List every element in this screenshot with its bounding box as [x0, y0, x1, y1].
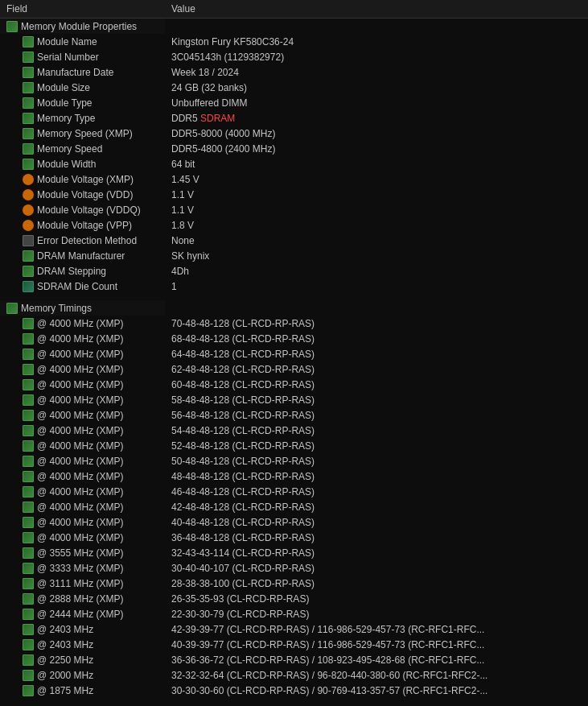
field-cell: @ 4000 MHz (XMP) — [0, 514, 165, 530]
field-cell: @ 2403 MHz — [0, 637, 165, 652]
memory-icon — [23, 159, 34, 170]
field-label: @ 4000 MHz (XMP) — [37, 318, 124, 329]
table-row: @ 4000 MHz (XMP) 62-48-48-128 (CL-RCD-RP… — [0, 361, 588, 377]
memory-icon — [23, 379, 34, 390]
value-cell: 22-30-30-79 (CL-RCD-RP-RAS) — [165, 606, 588, 621]
field-cell: @ 2444 MHz (XMP) — [0, 606, 165, 621]
field-cell: DRAM Stepping — [0, 263, 165, 279]
memory-icon — [23, 113, 34, 124]
table-row: @ 4000 MHz (XMP) 68-48-48-128 (CL-RCD-RP… — [0, 331, 588, 346]
table-row: Module Type Unbuffered DIMM — [0, 95, 588, 110]
memory-icon — [23, 82, 34, 93]
value-cell: 46-48-48-128 (CL-RCD-RP-RAS) — [165, 484, 588, 499]
value-cell: 42-48-48-128 (CL-RCD-RP-RAS) — [165, 499, 588, 514]
value-cell: 40-39-39-77 (CL-RCD-RP-RAS) / 116-986-52… — [165, 637, 588, 652]
field-label: Module Name — [37, 36, 97, 47]
table-row: @ 4000 MHz (XMP) 58-48-48-128 (CL-RCD-RP… — [0, 392, 588, 407]
table-row: @ 2444 MHz (XMP) 22-30-30-79 (CL-RCD-RP-… — [0, 606, 588, 621]
value-cell: Unbuffered DIMM — [165, 95, 588, 110]
field-label: Module Voltage (XMP) — [37, 174, 134, 185]
field-cell: Module Size — [0, 80, 165, 95]
field-cell: Module Voltage (VDD) — [0, 187, 165, 202]
field-label: Module Size — [37, 82, 90, 93]
table-row: DRAM Stepping 4Dh — [0, 263, 588, 279]
memory-icon — [23, 532, 34, 543]
field-label: @ 4000 MHz (XMP) — [37, 425, 124, 436]
memory-icon — [23, 364, 34, 375]
field-label: Module Voltage (VDD) — [37, 189, 133, 200]
memory-icon — [23, 394, 34, 406]
table-row: @ 4000 MHz (XMP) 46-48-48-128 (CL-RCD-RP… — [0, 484, 588, 499]
memory-icon — [23, 624, 34, 635]
field-cell: @ 2000 MHz — [0, 667, 165, 683]
field-cell: @ 4000 MHz (XMP) — [0, 469, 165, 484]
field-cell: @ 3555 MHz (XMP) — [0, 545, 165, 560]
voltage-icon — [23, 189, 34, 200]
memory-icon — [23, 97, 34, 109]
field-label: Module Voltage (VDDQ) — [37, 204, 141, 216]
value-cell: SK hynix — [165, 248, 588, 263]
table-row: Manufacture Date Week 18 / 2024 — [0, 64, 588, 80]
value-cell: 1 — [165, 279, 588, 294]
voltage-icon — [23, 174, 34, 185]
table-row: @ 3555 MHz (XMP) 32-43-43-114 (CL-RCD-RP… — [0, 545, 588, 560]
table-row: @ 4000 MHz (XMP) 70-48-48-128 (CL-RCD-RP… — [0, 316, 588, 331]
memory-icon — [23, 410, 34, 421]
field-cell: @ 4000 MHz (XMP) — [0, 331, 165, 346]
field-label: @ 4000 MHz (XMP) — [37, 410, 124, 421]
field-label: DRAM Stepping — [37, 266, 106, 277]
table-row: Memory Type DDR5 SDRAM — [0, 110, 588, 126]
value-cell: 64 bit — [165, 156, 588, 171]
field-cell: @ 4000 MHz (XMP) — [0, 453, 165, 469]
field-cell: @ 4000 MHz (XMP) — [0, 361, 165, 377]
value-cell: 30-40-40-107 (CL-RCD-RP-RAS) — [165, 560, 588, 576]
field-label: Module Voltage (VPP) — [37, 220, 132, 231]
memory-icon — [23, 333, 34, 345]
field-cell: @ 2250 MHz — [0, 652, 165, 667]
value-cell: Week 18 / 2024 — [165, 64, 588, 80]
table-row: Module Voltage (VDD) 1.1 V — [0, 187, 588, 202]
table-row: @ 2403 MHz 40-39-39-77 (CL-RCD-RP-RAS) /… — [0, 637, 588, 652]
value-cell: 3C045143h (1129382972) — [165, 49, 588, 64]
field-cell: @ 4000 MHz (XMP) — [0, 530, 165, 545]
table-row: @ 4000 MHz (XMP) 36-48-48-128 (CL-RCD-RP… — [0, 530, 588, 545]
sdram-icon — [23, 281, 34, 292]
field-label: @ 4000 MHz (XMP) — [37, 502, 124, 513]
field-column-header: Field — [0, 0, 165, 19]
table-row: @ 3111 MHz (XMP) 28-38-38-100 (CL-RCD-RP… — [0, 576, 588, 591]
field-cell: Memory Type — [0, 110, 165, 126]
field-cell: DRAM Manufacturer — [0, 248, 165, 263]
section-separator — [0, 294, 588, 300]
memory-icon — [23, 670, 34, 681]
field-cell: @ 2888 MHz (XMP) — [0, 591, 165, 606]
table-row: Module Width 64 bit — [0, 156, 588, 171]
field-label: Module Width — [37, 159, 96, 170]
field-cell: Module Name — [0, 34, 165, 49]
table-row: @ 4000 MHz (XMP) 52-48-48-128 (CL-RCD-RP… — [0, 438, 588, 453]
field-cell: @ 4000 MHz (XMP) — [0, 346, 165, 361]
table-row: @ 4000 MHz (XMP) 48-48-48-128 (CL-RCD-RP… — [0, 469, 588, 484]
memory-icon — [23, 143, 34, 155]
field-cell: Serial Number — [0, 49, 165, 64]
field-label: SDRAM Die Count — [37, 281, 117, 292]
field-label: Memory Speed (XMP) — [37, 128, 133, 139]
table-row: @ 4000 MHz (XMP) 50-48-48-128 (CL-RCD-RP… — [0, 453, 588, 469]
value-cell: 54-48-48-128 (CL-RCD-RP-RAS) — [165, 423, 588, 438]
field-cell: @ 4000 MHz (XMP) — [0, 377, 165, 392]
section-icon-timings — [6, 303, 18, 314]
field-cell: Module Voltage (XMP) — [0, 171, 165, 187]
memory-icon — [23, 456, 34, 467]
field-label: Memory Type — [37, 113, 95, 124]
memory-icon — [23, 349, 34, 360]
table-row: @ 4000 MHz (XMP) 64-48-48-128 (CL-RCD-RP… — [0, 346, 588, 361]
value-cell: 64-48-48-128 (CL-RCD-RP-RAS) — [165, 346, 588, 361]
value-cell: 58-48-48-128 (CL-RCD-RP-RAS) — [165, 392, 588, 407]
memory-icon — [23, 609, 34, 620]
memory-icon — [23, 502, 34, 513]
field-label: DRAM Manufacturer — [37, 250, 125, 262]
value-cell: 50-48-48-128 (CL-RCD-RP-RAS) — [165, 453, 588, 469]
table-row: @ 2000 MHz 32-32-32-64 (CL-RCD-RP-RAS) /… — [0, 667, 588, 683]
memory-icon — [23, 547, 34, 559]
field-label: Manufacture Date — [37, 67, 113, 78]
value-cell: 42-39-39-77 (CL-RCD-RP-RAS) / 116-986-52… — [165, 621, 588, 637]
